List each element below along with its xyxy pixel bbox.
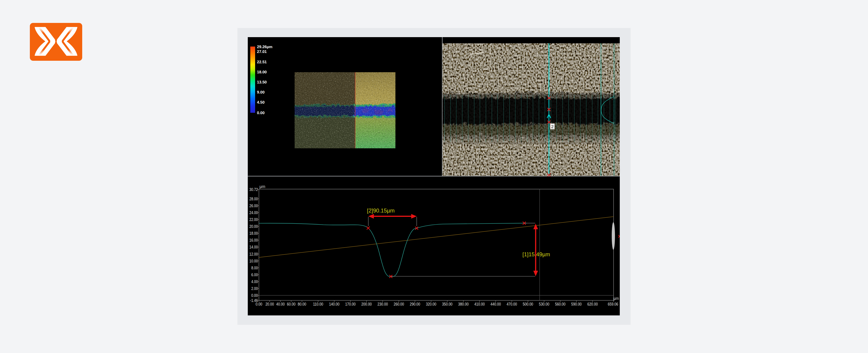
svg-text:12.00: 12.00 (249, 252, 258, 256)
svg-text:27.01: 27.01 (257, 49, 267, 54)
svg-text:[2]90.15µm: [2]90.15µm (367, 207, 395, 214)
svg-text:410.00: 410.00 (474, 302, 485, 307)
svg-text:140.00: 140.00 (329, 302, 339, 307)
svg-text:4.50: 4.50 (257, 100, 265, 105)
svg-text:18.00: 18.00 (249, 231, 258, 236)
svg-text:24.00: 24.00 (249, 210, 258, 215)
svg-text:350.00: 350.00 (442, 302, 453, 307)
svg-text:2.00: 2.00 (251, 286, 258, 291)
svg-text:230.00: 230.00 (377, 302, 388, 307)
svg-text:80.00: 80.00 (298, 302, 306, 307)
svg-text:260.00: 260.00 (394, 302, 404, 307)
svg-text:29.26µm: 29.26µm (257, 45, 272, 49)
svg-text:14.00: 14.00 (249, 245, 258, 250)
svg-text:170.00: 170.00 (345, 302, 355, 307)
svg-text:530.00: 530.00 (539, 302, 549, 307)
svg-text:110.00: 110.00 (313, 302, 323, 307)
svg-text:560.00: 560.00 (555, 302, 565, 307)
svg-text:40.00: 40.00 (276, 302, 285, 307)
svg-text:8.00: 8.00 (251, 266, 258, 270)
svg-text:30.72: 30.72 (249, 187, 258, 192)
svg-text:4.00: 4.00 (251, 279, 258, 284)
svg-text:16.00: 16.00 (249, 238, 258, 243)
svg-text:[2]209µm: [2]209µm (599, 44, 603, 59)
svg-text:20.00: 20.00 (266, 302, 274, 307)
svg-text:[1]15.49µm: [1]15.49µm (522, 251, 550, 257)
svg-text:590.00: 590.00 (571, 302, 582, 307)
svg-text:380.00: 380.00 (458, 302, 468, 307)
svg-text:2: 2 (551, 124, 554, 129)
svg-text:18.00: 18.00 (257, 70, 267, 74)
svg-text:60.00: 60.00 (287, 302, 296, 307)
svg-text:0.00: 0.00 (251, 293, 258, 298)
svg-text:620.00: 620.00 (587, 302, 598, 307)
svg-text:9.00: 9.00 (257, 90, 265, 95)
svg-text:0.00: 0.00 (257, 111, 265, 115)
svg-text:470.00: 470.00 (506, 302, 517, 307)
svg-text:0.00: 0.00 (255, 302, 262, 307)
svg-text:10.00: 10.00 (249, 258, 258, 263)
svg-text:22.51: 22.51 (257, 60, 267, 64)
svg-text:500.00: 500.00 (523, 302, 533, 307)
svg-text:200.00: 200.00 (362, 302, 372, 307)
svg-text:28.00: 28.00 (249, 197, 258, 201)
svg-text:6.00: 6.00 (251, 272, 258, 277)
svg-text:20.00: 20.00 (249, 224, 258, 229)
svg-text:µm: µm (259, 184, 265, 189)
svg-text:26.00: 26.00 (249, 203, 258, 208)
svg-text:290.00: 290.00 (410, 302, 420, 307)
svg-text:320.00: 320.00 (426, 302, 436, 307)
svg-text:5.45µm: 5.45µm (617, 45, 620, 57)
svg-text:659.06: 659.06 (608, 302, 618, 307)
svg-text:440.00: 440.00 (491, 302, 501, 307)
svg-text:22.00: 22.00 (249, 217, 258, 222)
svg-text:µm: µm (614, 296, 619, 301)
svg-text:13.50: 13.50 (257, 80, 267, 84)
